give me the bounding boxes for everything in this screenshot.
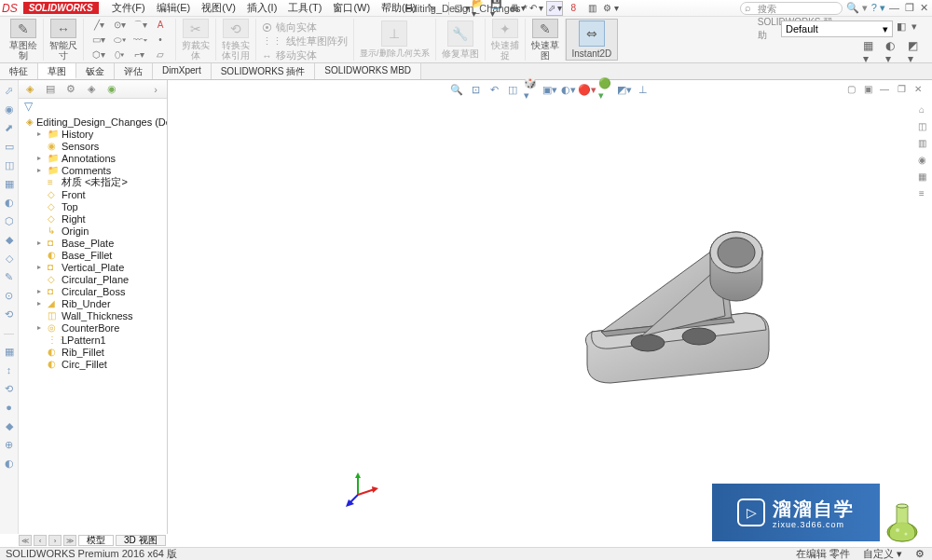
vtb-icon-1[interactable]: ⬀ [3, 84, 16, 97]
minimize-icon[interactable]: — [889, 2, 899, 14]
vtb-icon-6[interactable]: ▦ [3, 177, 16, 190]
poly-icon[interactable]: ⬡▾ [89, 48, 108, 61]
apply-scene-icon[interactable]: 🟢▾ [598, 82, 613, 97]
ribbon-sketch[interactable]: ✎ 草图绘 制 [4, 19, 44, 61]
tab-features[interactable]: 特征 [0, 63, 38, 79]
btab-next-icon[interactable]: › [48, 535, 62, 546]
zoom-icon[interactable]: 🔍 [449, 82, 464, 97]
tp-custom-icon[interactable]: ▦ [915, 170, 928, 183]
vtb-icon-12[interactable]: ⊙ [3, 289, 16, 302]
maximize-icon[interactable]: ❐ [905, 2, 914, 14]
menu-edit[interactable]: 编辑(E) [153, 0, 195, 16]
tp-appearance-icon[interactable]: ◉ [915, 153, 928, 166]
rect-icon[interactable]: ▭▾ [89, 34, 108, 47]
slot-icon[interactable]: ⬭▾ [110, 34, 129, 47]
vp-minimize-icon[interactable]: ▢ [844, 82, 857, 95]
fillet-icon[interactable]: ⌐▾ [130, 48, 149, 61]
btab-model[interactable]: 模型 [78, 535, 114, 546]
vtb-icon-14[interactable]: ▦ [3, 345, 16, 358]
ribbon-rapid-sketch[interactable]: ✎ 快速草 图 [526, 19, 566, 61]
expand-icon[interactable]: ▸ [37, 130, 45, 138]
ellipse-icon[interactable]: ⬯▾ [110, 48, 129, 61]
tree-item[interactable]: ◉Sensors [22, 140, 167, 152]
btab-prev-icon[interactable]: ‹ [34, 535, 47, 546]
coordinate-triad[interactable] [345, 471, 382, 508]
tree-item[interactable]: ◐Base_Fillet [22, 249, 167, 261]
tab-mbd[interactable]: SOLIDWORKS MBD [315, 63, 421, 79]
appearance-icon[interactable]: ◧ [897, 20, 910, 34]
vtb-icon-11[interactable]: ✎ [3, 270, 16, 283]
undo-icon[interactable]: ↶ ▾ [528, 1, 544, 16]
scene-icon[interactable]: ◐ ▾ [885, 39, 902, 52]
vp-min-icon[interactable]: — [878, 82, 891, 95]
tree-item[interactable]: ◐Rib_Fillet [22, 346, 167, 358]
tab-sketch[interactable]: 草图 [38, 63, 76, 79]
settings-icon[interactable]: ⚙ ▾ [602, 1, 619, 16]
tree-item[interactable]: ▸📁Annotations [22, 152, 167, 164]
vtb-icon-8[interactable]: ⬡ [3, 214, 16, 227]
fm-dim-icon[interactable]: ◈ [84, 82, 99, 97]
tp-view-icon[interactable]: ▥ [915, 136, 928, 149]
expand-icon[interactable]: ▸ [37, 166, 45, 174]
line-icon[interactable]: ╱▾ [89, 19, 108, 32]
arrow-icon[interactable]: ▾ [911, 20, 925, 34]
close-icon[interactable]: ✕ [920, 2, 928, 14]
vtb-icon-16[interactable]: ⟲ [3, 382, 16, 395]
tree-item[interactable]: ◇Right [22, 212, 167, 225]
tree-item[interactable]: ▸◢Rib_Under [22, 297, 167, 309]
tree-item[interactable]: ◇Front [22, 188, 167, 200]
vp-max-icon[interactable]: ❐ [895, 82, 908, 95]
options-icon[interactable]: ▥ [583, 1, 600, 16]
edit-appearance-icon[interactable]: 🔴▾ [580, 82, 595, 97]
plane-icon[interactable]: ▱ [151, 48, 170, 61]
tree-item[interactable]: ▸📁History [22, 128, 167, 140]
fm-config-icon[interactable]: ⚙ [63, 82, 78, 97]
btab-first-icon[interactable]: ≪ [19, 535, 32, 546]
tp-home-icon[interactable]: ⌂ [915, 102, 928, 116]
vtb-icon-9[interactable]: ◆ [3, 233, 16, 246]
ribbon-smart-dimension[interactable]: ↔ 智能尺 寸 [44, 19, 84, 61]
vtb-icon-17[interactable]: ● [3, 401, 16, 414]
ribbon-instant2d[interactable]: ⇔ Instant2D [566, 19, 619, 61]
vtb-icon-5[interactable]: ◫ [3, 158, 16, 171]
expand-icon[interactable]: ▸ [37, 263, 45, 271]
vtb-icon-10[interactable]: ◇ [3, 252, 16, 265]
status-gear-icon[interactable]: ⚙ [915, 548, 925, 560]
spline-icon[interactable]: 〰▾ [130, 34, 149, 47]
vtb-icon-4[interactable]: ▭ [3, 140, 16, 153]
display-style-icon[interactable]: ▣▾ [542, 82, 557, 97]
tab-addins[interactable]: SOLIDWORKS 插件 [212, 63, 316, 79]
graphics-viewport[interactable]: 🔍 ⊡ ↶ ◫ 🎲▾ ▣▾ ◐▾ 🔴▾ 🟢▾ ◩▾ ⊥ ▢ ▣ — ❐ ✕ ⌂ … [168, 80, 932, 534]
text-icon[interactable]: A [151, 19, 170, 32]
point-icon[interactable]: • [151, 34, 170, 47]
vtb-icon-20[interactable]: ◐ [3, 457, 16, 470]
vtb-icon-3[interactable]: ⬈ [3, 121, 16, 134]
expand-icon[interactable]: ▸ [37, 323, 45, 332]
fm-property-icon[interactable]: ▤ [43, 82, 58, 97]
btab-last-icon[interactable]: ≫ [63, 535, 76, 546]
view-orient-icon[interactable]: 🎲▾ [524, 82, 539, 97]
tree-item[interactable]: ⋮⋮LPattern1 [22, 334, 167, 346]
vtb-icon-13[interactable]: ⟲ [3, 307, 16, 321]
tree-item[interactable]: ◇Top [22, 200, 167, 212]
menu-file[interactable]: 文件(F) [108, 0, 149, 16]
tp-forum-icon[interactable]: ≡ [915, 186, 928, 199]
rebuild-icon[interactable]: 8 [565, 1, 582, 16]
tree-item[interactable]: ↳Origin [22, 225, 167, 237]
expand-icon[interactable]: ▸ [37, 287, 45, 295]
menu-insert[interactable]: 插入(I) [243, 0, 281, 16]
section-icon[interactable]: ◫ [505, 82, 520, 97]
feature-filter[interactable]: ▽ [19, 99, 167, 114]
search-input[interactable]: 搜索 SOLIDWORKS 帮助 [740, 2, 843, 15]
arc-icon[interactable]: ⌒▾ [130, 19, 149, 32]
expand-icon[interactable]: ▸ [37, 239, 45, 247]
vtb-icon-2[interactable]: ◉ [3, 102, 16, 116]
tab-evaluate[interactable]: 评估 [115, 63, 153, 79]
display-state-icon[interactable]: ▦ ▾ [863, 39, 880, 52]
prev-view-icon[interactable]: ↶ [487, 82, 501, 97]
tree-item[interactable]: ◫Wall_Thickness [22, 309, 167, 321]
tree-item[interactable]: ◇Circular_Plane [22, 273, 167, 285]
tab-dimxpert[interactable]: DimXpert [153, 63, 212, 79]
menu-window[interactable]: 窗口(W) [329, 0, 374, 16]
menu-view[interactable]: 视图(V) [198, 0, 240, 16]
